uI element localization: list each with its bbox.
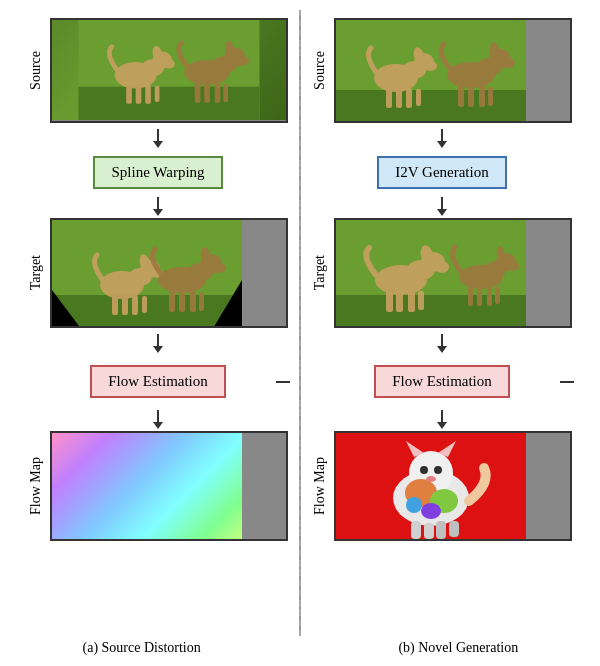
svg-point-97 (421, 503, 441, 519)
svg-rect-36 (142, 296, 147, 313)
right-process-box-1: I2V Generation (377, 156, 506, 189)
svg-rect-43 (179, 292, 185, 312)
left-source-image (50, 18, 288, 123)
svg-rect-78 (396, 292, 403, 312)
svg-rect-18 (215, 82, 221, 103)
right-flow-map-image (334, 431, 572, 541)
svg-rect-105 (449, 521, 459, 537)
svg-rect-62 (458, 85, 464, 107)
left-arrow-4 (153, 410, 163, 429)
right-arrow-4 (437, 410, 447, 429)
svg-rect-10 (155, 86, 160, 102)
right-arrow-3 (437, 334, 447, 353)
svg-rect-34 (122, 297, 128, 315)
svg-rect-47 (336, 90, 526, 123)
right-arrow-2 (437, 197, 447, 216)
left-target-label: Target (28, 255, 46, 290)
svg-rect-88 (487, 286, 492, 306)
svg-rect-56 (416, 89, 421, 106)
svg-point-99 (420, 466, 428, 474)
svg-point-100 (434, 466, 442, 474)
left-arrow-3 (153, 334, 163, 353)
left-caption: (a) Source Distortion (7, 640, 277, 656)
svg-rect-8 (136, 87, 142, 104)
svg-rect-54 (396, 90, 402, 108)
svg-point-75 (435, 261, 449, 273)
svg-rect-80 (418, 291, 424, 310)
right-source-image (334, 18, 572, 123)
right-caption: (b) Novel Generation (323, 640, 593, 656)
svg-rect-103 (424, 523, 434, 539)
left-source-label: Source (28, 51, 46, 90)
right-source-row: Source (312, 18, 572, 123)
left-bracket-arrow-end (276, 381, 290, 383)
left-target-image (50, 218, 288, 328)
right-process1-label: I2V Generation (395, 164, 488, 180)
svg-point-60 (501, 58, 515, 68)
left-process-box-1: Spline Warping (93, 156, 222, 189)
right-target-row: Target (312, 218, 572, 328)
svg-rect-19 (223, 84, 228, 102)
right-bracket-arrow-end (560, 381, 574, 383)
left-flowmap-row: Flow Map (28, 431, 288, 541)
svg-rect-17 (204, 84, 210, 103)
svg-rect-77 (386, 290, 393, 312)
right-column: Source (307, 10, 577, 553)
svg-rect-55 (406, 88, 412, 108)
left-target-row: Target (28, 218, 288, 328)
captions-row: (a) Source Distortion (b) Novel Generati… (0, 636, 600, 658)
svg-rect-7 (126, 85, 132, 104)
svg-point-98 (406, 497, 422, 513)
left-arrow-2 (153, 197, 163, 216)
svg-rect-16 (195, 82, 201, 103)
svg-point-40 (212, 263, 226, 273)
left-source-photo (52, 20, 286, 120)
svg-rect-104 (436, 521, 446, 539)
svg-point-5 (163, 59, 174, 69)
column-divider (299, 10, 301, 636)
svg-rect-86 (468, 286, 473, 306)
svg-rect-9 (145, 85, 151, 104)
svg-point-84 (507, 261, 519, 271)
svg-rect-87 (477, 288, 482, 306)
svg-rect-79 (408, 290, 415, 312)
left-process1-label: Spline Warping (111, 164, 204, 180)
svg-rect-45 (199, 292, 204, 311)
left-flow-map-image (50, 431, 288, 541)
right-flow-map-visual (336, 433, 526, 541)
right-process2-label: Flow Estimation (392, 373, 492, 389)
svg-rect-65 (488, 87, 493, 106)
right-arrow-1 (437, 129, 447, 148)
svg-rect-63 (468, 87, 474, 107)
right-flowmap-row: Flow Map (312, 431, 572, 541)
left-source-row: Source (28, 18, 288, 123)
left-column: Source (23, 10, 293, 553)
svg-point-51 (425, 61, 437, 71)
svg-rect-1 (79, 87, 260, 120)
right-source-label: Source (312, 51, 330, 90)
svg-rect-89 (495, 287, 500, 304)
left-flow-map-visual (52, 433, 242, 541)
right-target-label: Target (312, 255, 330, 290)
right-flowmap-label: Flow Map (312, 457, 330, 515)
svg-point-14 (236, 56, 249, 66)
left-flowmap-label: Flow Map (28, 457, 46, 515)
left-process2-label: Flow Estimation (108, 373, 208, 389)
svg-point-101 (426, 476, 436, 482)
left-flow-estimation-box: Flow Estimation (90, 365, 226, 398)
svg-rect-102 (411, 521, 421, 539)
right-target-image (334, 218, 572, 328)
left-arrow-1 (153, 129, 163, 148)
svg-rect-35 (132, 295, 138, 315)
svg-rect-42 (169, 290, 175, 312)
svg-rect-53 (386, 88, 392, 108)
main-content: Source (0, 10, 600, 636)
svg-rect-44 (190, 290, 196, 312)
svg-rect-64 (479, 85, 485, 107)
svg-rect-33 (112, 295, 118, 315)
right-flow-estimation-box: Flow Estimation (374, 365, 510, 398)
